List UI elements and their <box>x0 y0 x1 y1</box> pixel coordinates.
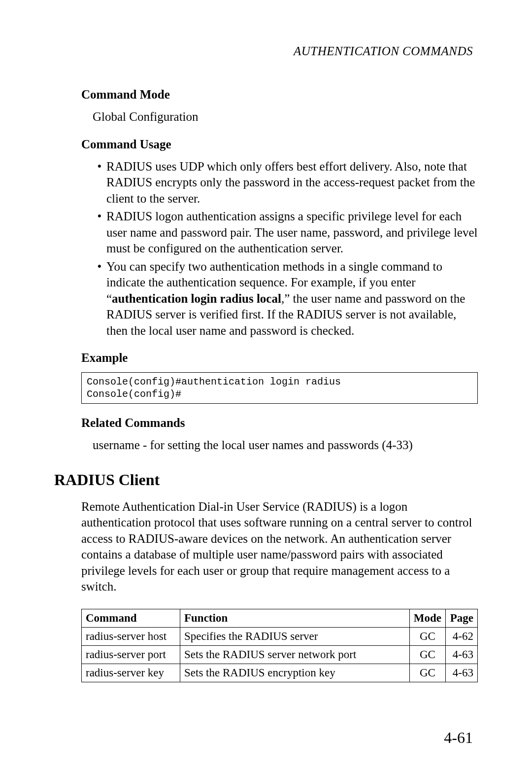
bullet-text: RADIUS logon authentication assigns a sp… <box>106 209 478 257</box>
bullet-icon: • <box>93 259 106 339</box>
list-item: • You can specify two authentication met… <box>93 259 478 339</box>
heading-example: Example <box>81 351 478 365</box>
td-page: 4-63 <box>446 664 478 682</box>
text-related-commands: username - for setting the local user na… <box>93 437 478 454</box>
bullet-text-bold: authentication login radius local <box>112 292 281 305</box>
th-mode: Mode <box>409 609 445 627</box>
code-example: Console(config)#authentication login rad… <box>81 372 478 404</box>
table-row: radius-server port Sets the RADIUS serve… <box>82 645 478 664</box>
td-command: radius-server host <box>82 627 180 645</box>
td-function: Sets the RADIUS server network port <box>180 645 410 664</box>
td-page: 4-63 <box>446 645 478 664</box>
th-command: Command <box>82 609 180 627</box>
heading-command-mode: Command Mode <box>81 88 478 102</box>
table-header-row: Command Function Mode Page <box>82 609 478 627</box>
paragraph-radius-client: Remote Authentication Dial-in User Servi… <box>81 499 478 595</box>
bullet-text: RADIUS uses UDP which only offers best e… <box>106 159 478 207</box>
bullet-icon: • <box>93 209 106 257</box>
th-page: Page <box>446 609 478 627</box>
header-section-title: AUTHENTICATION COMMANDS <box>54 44 478 58</box>
bullet-icon: • <box>93 159 106 207</box>
document-page: AUTHENTICATION COMMANDS Command Mode Glo… <box>0 0 532 712</box>
list-item: • RADIUS logon authentication assigns a … <box>93 209 478 257</box>
td-mode: GC <box>409 627 445 645</box>
heading-related-commands: Related Commands <box>81 416 478 430</box>
td-function: Specifies the RADIUS server <box>180 627 410 645</box>
th-function: Function <box>180 609 410 627</box>
text-command-mode: Global Configuration <box>93 109 478 125</box>
list-item: • RADIUS uses UDP which only offers best… <box>93 159 478 207</box>
td-command: radius-server port <box>82 645 180 664</box>
page-number: 4-61 <box>444 729 473 747</box>
bullet-text: You can specify two authentication metho… <box>106 259 478 339</box>
td-mode: GC <box>409 645 445 664</box>
heading-command-usage: Command Usage <box>81 138 478 151</box>
command-table: Command Function Mode Page radius-server… <box>81 609 478 682</box>
td-function: Sets the RADIUS encryption key <box>180 664 410 682</box>
heading-radius-client: RADIUS Client <box>54 471 478 489</box>
td-command: radius-server key <box>82 664 180 682</box>
table-row: radius-server key Sets the RADIUS encryp… <box>82 664 478 682</box>
table-row: radius-server host Specifies the RADIUS … <box>82 627 478 645</box>
td-page: 4-62 <box>446 627 478 645</box>
td-mode: GC <box>409 664 445 682</box>
bullet-list-command-usage: • RADIUS uses UDP which only offers best… <box>93 159 478 339</box>
